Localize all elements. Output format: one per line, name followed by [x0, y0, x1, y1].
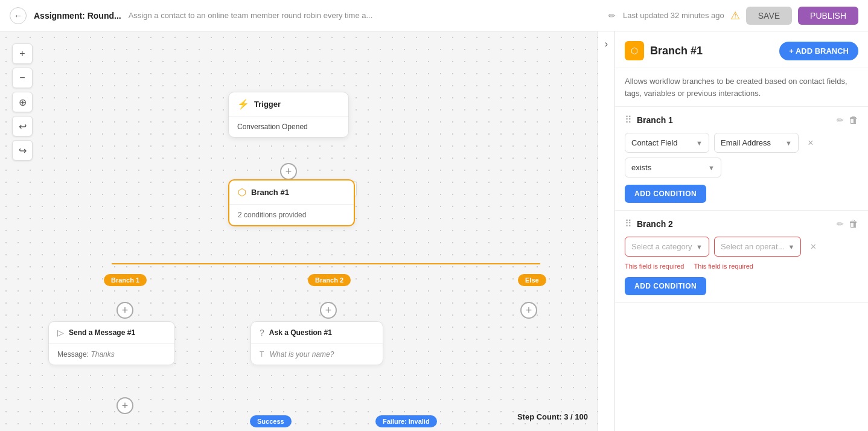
branch2-operator-chevron: ▼ — [788, 243, 795, 251]
branch1-value-label: Email Address — [721, 138, 771, 147]
ask-question-title: Ask a Question #1 — [269, 328, 332, 337]
branch1-value-dropdown[interactable]: Email Address ▼ — [714, 133, 799, 153]
branch1-name: Branch 1 — [637, 115, 832, 125]
add-step-else[interactable]: + — [520, 302, 537, 319]
branch-h-connector — [112, 263, 540, 264]
ask-question-header: ? Ask a Question #1 — [251, 322, 383, 344]
header-edit-icon[interactable]: ✏ — [608, 11, 616, 21]
panel-description: Allows workflow branches to be created b… — [615, 68, 868, 107]
zoom-out-button[interactable]: − — [12, 68, 33, 88]
panel-toggle-icon: › — [605, 39, 608, 49]
fit-view-button[interactable]: ⊕ — [12, 92, 33, 112]
branch2-condition-close[interactable]: × — [806, 240, 820, 254]
branch2-section-header: ⠿ Branch 2 ✏ 🗑 — [625, 218, 858, 229]
step-count: Step Count: 3 / 100 — [517, 412, 588, 421]
branch2-name: Branch 2 — [637, 219, 832, 229]
branch-header: ⬡ Branch #1 — [229, 180, 354, 205]
ask-question-node[interactable]: ? Ask a Question #1 T What is your name? — [251, 321, 383, 365]
branch1-exists-row: exists ▼ — [625, 158, 858, 177]
add-step-button-1[interactable]: + — [280, 163, 297, 180]
undo-button[interactable]: ↩ — [12, 116, 33, 136]
branch-node[interactable]: ⬡ Branch #1 2 conditions provided — [228, 179, 355, 226]
branch1-add-condition-button[interactable]: ADD CONDITION — [625, 185, 706, 203]
branch1-delete-icon[interactable]: 🗑 — [849, 115, 858, 126]
branch2-tag: Branch 2 — [308, 274, 351, 286]
question-placeholder: What is your name? — [270, 350, 334, 359]
add-step-branch2[interactable]: + — [320, 302, 337, 319]
branch1-field-dropdown[interactable]: Contact Field ▼ — [625, 133, 709, 153]
step-count-current: 3 — [564, 412, 568, 421]
canvas-toolbar: + − ⊕ ↩ ↪ — [12, 43, 33, 161]
question-icon: ? — [260, 328, 264, 337]
message-value: Thanks — [91, 350, 114, 359]
trigger-icon: ⚡ — [237, 98, 249, 110]
warning-icon: ⚠ — [730, 9, 740, 22]
send-message-node[interactable]: ▷ Send a Message #1 Message: Thanks — [48, 321, 175, 365]
header: ← Assignment: Round... Assign a contact … — [0, 0, 868, 31]
branch2-delete-icon[interactable]: 🗑 — [849, 219, 858, 229]
trigger-label: Trigger — [254, 100, 281, 109]
branch2-add-condition-button[interactable]: ADD CONDITION — [625, 277, 706, 295]
branch1-operator-dropdown[interactable]: exists ▼ — [625, 158, 721, 177]
header-title: Assignment: Round... — [34, 11, 121, 21]
branch1-operator-label: exists — [631, 163, 651, 172]
branch1-operator-chevron: ▼ — [708, 164, 715, 171]
header-right: Last updated 32 minutes ago ⚠ SAVE PUBLI… — [623, 7, 858, 25]
main-layout: + − ⊕ ↩ ↪ ⚡ Trigger Conversation Opened … — [0, 31, 868, 431]
send-message-title: Send a Message #1 — [69, 328, 135, 337]
branch2-section: ⠿ Branch 2 ✏ 🗑 Select a category ▼ Selec… — [615, 211, 868, 303]
redo-button[interactable]: ↪ — [12, 140, 33, 161]
branch2-category-label: Select a category — [631, 242, 692, 251]
panel-header: ⬡ Branch #1 + ADD BRANCH — [615, 31, 868, 68]
add-branch-button[interactable]: + ADD BRANCH — [779, 42, 858, 60]
branch1-field-chevron: ▼ — [696, 139, 703, 147]
panel-title: Branch #1 — [650, 45, 773, 57]
header-subtitle: Assign a contact to an online team membe… — [129, 11, 601, 20]
add-step-branch1[interactable]: + — [116, 302, 133, 319]
ask-question-body: T What is your name? — [251, 344, 383, 365]
branch1-field-label: Contact Field — [631, 138, 678, 147]
workflow-canvas[interactable]: + − ⊕ ↩ ↪ ⚡ Trigger Conversation Opened … — [0, 31, 598, 431]
branch2-operator-dropdown[interactable]: Select an operat... ▼ — [714, 237, 801, 257]
right-panel: ⬡ Branch #1 + ADD BRANCH Allows workflow… — [614, 31, 868, 431]
branch-node-label: Branch #1 — [251, 188, 289, 197]
add-step-after-send[interactable]: + — [116, 397, 133, 414]
failure-tag: Failure: Invalid — [375, 415, 437, 427]
branch-node-body: 2 conditions provided — [229, 205, 354, 225]
trigger-node[interactable]: ⚡ Trigger Conversation Opened — [228, 92, 349, 138]
branch1-edit-icon[interactable]: ✏ — [837, 115, 844, 125]
last-updated-text: Last updated 32 minutes ago — [623, 11, 724, 20]
branch2-operator-label: Select an operat... — [721, 242, 785, 251]
branch2-drag-icon[interactable]: ⠿ — [625, 218, 632, 229]
branch-node-icon: ⬡ — [238, 187, 246, 198]
branch2-condition-row: Select a category ▼ Select an operat... … — [625, 237, 858, 257]
branch2-operator-error: This field is required — [694, 263, 753, 270]
zoom-in-button[interactable]: + — [12, 43, 33, 64]
save-button[interactable]: SAVE — [746, 7, 792, 25]
branch1-tag: Branch 1 — [104, 274, 147, 286]
branch2-category-dropdown[interactable]: Select a category ▼ — [625, 237, 709, 257]
else-tag: Else — [518, 274, 546, 286]
branch1-drag-icon[interactable]: ⠿ — [625, 114, 632, 126]
step-count-max: 100 — [575, 412, 588, 421]
message-label: Message: — [57, 350, 89, 359]
step-count-label: Step Count: — [517, 412, 562, 421]
branch2-category-chevron: ▼ — [696, 243, 703, 251]
branch1-condition-row: Contact Field ▼ Email Address ▼ × — [625, 133, 858, 153]
send-icon: ▷ — [57, 328, 64, 337]
send-message-body: Message: Thanks — [49, 344, 174, 365]
send-message-header: ▷ Send a Message #1 — [49, 322, 174, 344]
trigger-header: ⚡ Trigger — [229, 92, 348, 117]
branch1-section-header: ⠿ Branch 1 ✏ 🗑 — [625, 114, 858, 126]
back-button[interactable]: ← — [10, 7, 27, 24]
trigger-body: Conversation Opened — [229, 117, 348, 137]
branch2-category-error: This field is required — [625, 263, 684, 270]
branch1-condition-close[interactable]: × — [803, 136, 818, 150]
panel-toggle[interactable]: › — [598, 31, 614, 431]
step-count-separator: / — [570, 412, 573, 421]
panel-branch-icon: ⬡ — [625, 41, 644, 60]
branch1-section: ⠿ Branch 1 ✏ 🗑 Contact Field ▼ Email Add… — [615, 107, 868, 211]
branch2-edit-icon[interactable]: ✏ — [837, 219, 844, 229]
branch1-value-chevron: ▼ — [785, 139, 792, 147]
publish-button[interactable]: PUBLISH — [798, 7, 858, 25]
